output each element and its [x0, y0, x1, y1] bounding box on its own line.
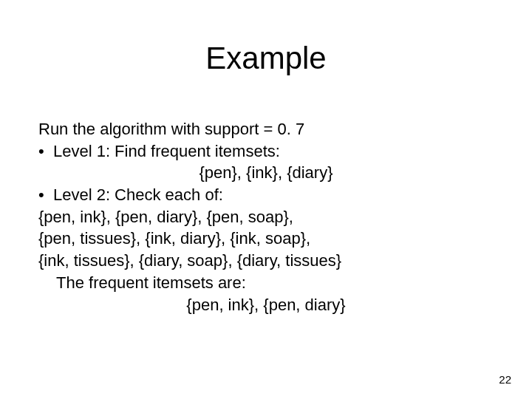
- slide: Example Run the algorithm with support =…: [0, 0, 532, 399]
- slide-body: Run the algorithm with support = 0. 7 Le…: [38, 118, 494, 316]
- body-line: The frequent itemsets are:: [38, 272, 494, 294]
- body-bullet: Level 2: Check each of:: [38, 184, 494, 206]
- body-line: {pen, ink}, {pen, diary}: [38, 294, 494, 316]
- body-line: Run the algorithm with support = 0. 7: [38, 118, 494, 140]
- body-line: {pen}, {ink}, {diary}: [38, 162, 494, 184]
- body-line: {pen, tissues}, {ink, diary}, {ink, soap…: [38, 228, 494, 250]
- page-number: 22: [499, 373, 511, 386]
- body-bullet: Level 1: Find frequent itemsets:: [38, 140, 494, 163]
- body-line: {pen, ink}, {pen, diary}, {pen, soap},: [38, 206, 494, 228]
- slide-title: Example: [0, 41, 532, 76]
- body-line: {ink, tissues}, {diary, soap}, {diary, t…: [38, 250, 494, 272]
